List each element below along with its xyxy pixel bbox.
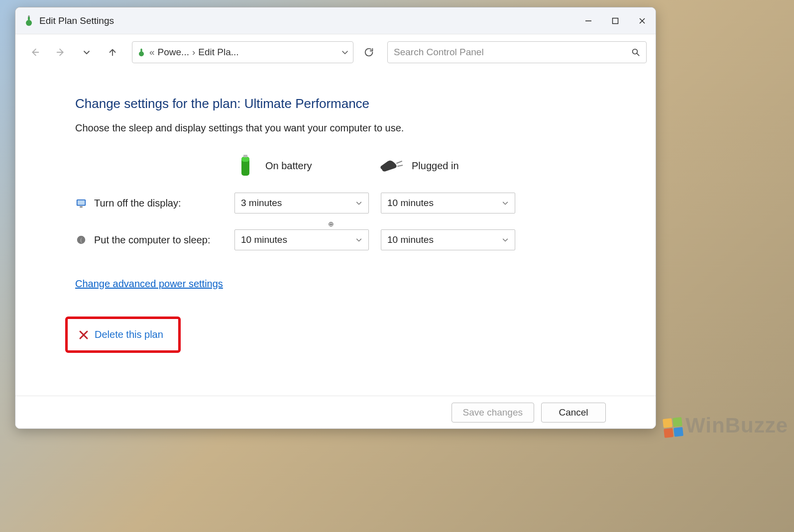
content-area: Change settings for the plan: Ultimate P… [15, 70, 656, 396]
svg-rect-10 [140, 49, 142, 52]
svg-point-9 [139, 51, 144, 56]
power-options-icon [136, 47, 146, 57]
svg-rect-15 [243, 155, 247, 157]
control-panel-window: Edit Plan Settings [15, 7, 656, 429]
row-display-label: Turn off the display: [75, 197, 234, 209]
svg-rect-2 [28, 15, 30, 17]
chevron-down-icon [502, 236, 509, 243]
chevron-down-icon [355, 236, 362, 243]
battery-icon [234, 154, 256, 178]
row-display-text: Turn off the display: [94, 198, 181, 209]
select-display-plugged[interactable]: 10 minutes [381, 193, 515, 213]
advanced-settings-row: Change advanced power settings [75, 278, 656, 290]
select-display-battery-value: 3 minutes [241, 198, 282, 209]
power-options-icon [22, 14, 35, 27]
cancel-button[interactable]: Cancel [541, 403, 606, 423]
breadcrumb-overflow[interactable]: « [149, 47, 155, 58]
page-heading: Change settings for the plan: Ultimate P… [75, 96, 656, 111]
close-button[interactable] [629, 7, 656, 34]
recent-locations-button[interactable] [76, 42, 97, 63]
chevron-down-icon [355, 200, 362, 207]
svg-rect-1 [28, 16, 30, 20]
delete-x-icon [79, 330, 89, 340]
search-icon[interactable] [631, 48, 640, 57]
column-on-battery-label: On battery [265, 160, 312, 172]
window-title: Edit Plan Settings [39, 15, 114, 26]
save-changes-label: Save changes [463, 407, 523, 418]
row-sleep-text: Put the computer to sleep: [94, 234, 210, 246]
watermark-text: WinBuzze [685, 414, 788, 437]
address-dropdown[interactable] [341, 48, 349, 56]
search-input[interactable] [394, 47, 626, 58]
select-display-plugged-value: 10 minutes [387, 198, 434, 209]
watermark-logo-icon [663, 417, 683, 438]
row-put-computer-to-sleep: Put the computer to sleep: 10 minutes 10… [75, 229, 656, 250]
column-plugged-in: Plugged in [379, 158, 523, 173]
minimize-button[interactable] [575, 7, 602, 34]
column-plugged-in-label: Plugged in [412, 160, 459, 172]
svg-rect-20 [80, 206, 83, 208]
forward-button[interactable] [50, 42, 71, 63]
address-bar[interactable]: « Powe... › Edit Pla... [132, 41, 353, 63]
svg-point-21 [77, 236, 86, 244]
monitor-icon [75, 197, 87, 209]
back-button[interactable] [24, 42, 45, 63]
select-sleep-plugged[interactable]: 10 minutes [381, 229, 515, 250]
svg-rect-4 [613, 18, 618, 23]
settings-grid: ⊕ Turn off the display: 3 minutes [75, 193, 656, 250]
breadcrumb-parent[interactable]: Powe... [158, 47, 189, 58]
svg-line-16 [397, 161, 402, 163]
watermark: WinBuzze [664, 414, 788, 437]
svg-point-0 [26, 20, 32, 26]
footer: Save changes Cancel [15, 396, 656, 428]
window-controls [575, 7, 656, 34]
select-sleep-battery-value: 10 minutes [241, 234, 287, 245]
titlebar: Edit Plan Settings [15, 7, 656, 34]
refresh-button[interactable] [358, 42, 379, 63]
row-turn-off-display: Turn off the display: 3 minutes 10 minut… [75, 193, 656, 213]
svg-line-12 [637, 53, 639, 56]
maximize-button[interactable] [602, 7, 629, 34]
column-headers: On battery Plugged in [75, 154, 656, 178]
cancel-label: Cancel [559, 407, 588, 418]
moon-icon [75, 234, 87, 246]
up-button[interactable] [102, 42, 123, 63]
chevron-right-icon: › [192, 47, 195, 58]
plug-icon [379, 158, 403, 173]
chevron-down-icon [502, 200, 509, 207]
delete-plan-highlight: Delete this plan [65, 317, 181, 353]
select-sleep-battery[interactable]: 10 minutes [234, 229, 369, 250]
save-changes-button[interactable]: Save changes [452, 403, 534, 423]
select-display-battery[interactable]: 3 minutes [234, 193, 369, 213]
cursor-marker-icon: ⊕ [328, 220, 334, 228]
svg-rect-19 [78, 201, 85, 205]
row-sleep-label: Put the computer to sleep: [75, 234, 234, 246]
select-sleep-plugged-value: 10 minutes [387, 234, 434, 245]
column-on-battery: On battery [234, 154, 379, 178]
change-advanced-power-settings-link[interactable]: Change advanced power settings [75, 278, 223, 289]
navigation-bar: « Powe... › Edit Pla... [15, 34, 656, 70]
svg-line-17 [398, 165, 403, 166]
breadcrumb-current[interactable]: Edit Pla... [198, 47, 238, 58]
delete-this-plan-link[interactable]: Delete this plan [95, 329, 163, 340]
search-bar[interactable] [387, 41, 647, 63]
page-subtext: Choose the sleep and display settings th… [75, 122, 656, 134]
svg-rect-14 [241, 157, 249, 162]
